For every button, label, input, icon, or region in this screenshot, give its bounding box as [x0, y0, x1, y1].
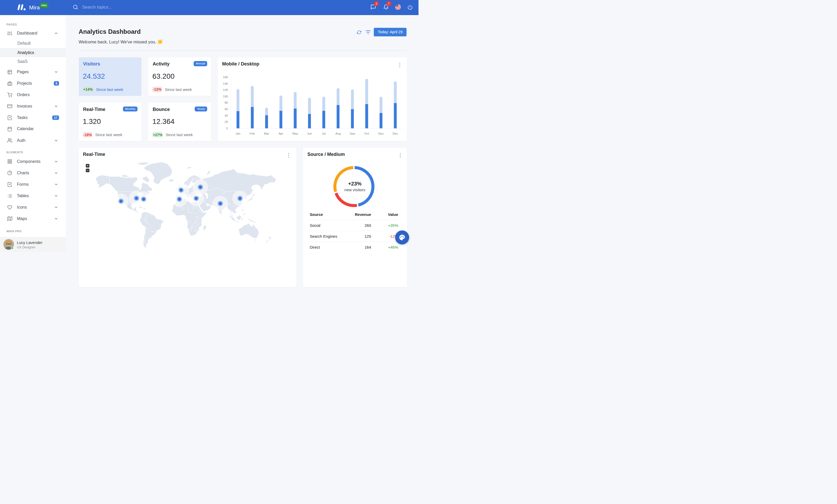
svg-text:100: 100 [223, 95, 228, 98]
svg-text:Oct: Oct [364, 132, 369, 135]
svg-text:160: 160 [223, 76, 228, 79]
svg-text:Jul: Jul [322, 132, 326, 135]
svg-text:Jun: Jun [307, 132, 312, 135]
svg-text:Dec: Dec [392, 132, 398, 135]
svg-text:May: May [292, 132, 298, 135]
svg-text:Jan: Jan [235, 132, 241, 135]
svg-text:Sep: Sep [350, 132, 355, 135]
svg-text:20: 20 [225, 120, 228, 124]
svg-text:Mar: Mar [264, 132, 269, 135]
svg-text:120: 120 [223, 88, 228, 91]
svg-text:Aug: Aug [335, 132, 340, 135]
svg-text:80: 80 [225, 101, 228, 104]
svg-text:60: 60 [225, 108, 228, 111]
svg-text:0: 0 [226, 127, 228, 130]
svg-text:140: 140 [223, 82, 228, 85]
svg-text:Apr: Apr [279, 132, 283, 135]
svg-text:Feb: Feb [250, 132, 255, 135]
svg-text:40: 40 [225, 114, 228, 117]
svg-text:Nov: Nov [378, 132, 384, 135]
